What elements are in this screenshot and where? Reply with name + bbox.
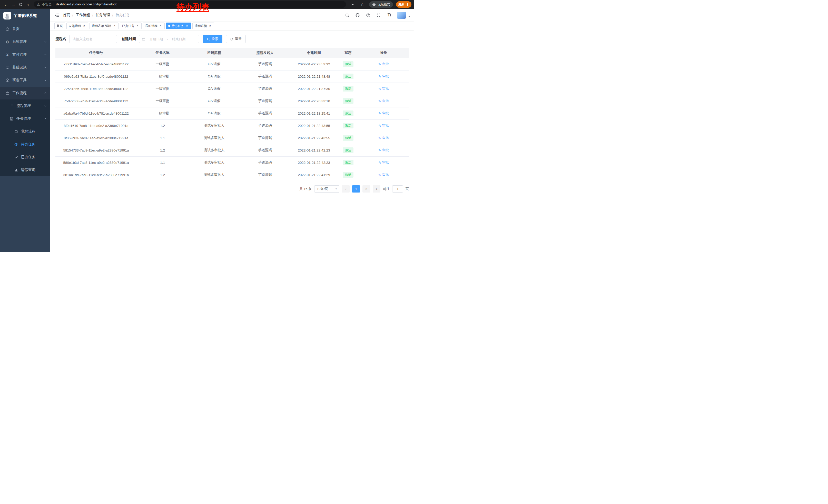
task-name-cell: 1.1 — [137, 156, 188, 169]
sidebar-item-infra[interactable]: 基础设施 — [0, 61, 50, 74]
approve-link-label: 审批 — [382, 111, 389, 116]
briefcase-icon — [5, 91, 10, 95]
task-status-cell: 激活 — [338, 132, 358, 144]
sidebar-item-done-tasks[interactable]: 已办任务 — [0, 151, 50, 164]
breadcrumb-workflow[interactable]: 工作流程 — [76, 13, 90, 17]
sidebar-item-workflow[interactable]: 工作流程 — [0, 87, 50, 99]
sidebar-toggle-icon[interactable] — [54, 13, 59, 18]
sidebar-item-label: 首页 — [12, 27, 19, 31]
page-button-1[interactable]: 1 — [352, 185, 360, 192]
date-range-picker[interactable]: - — [139, 35, 199, 43]
sidebar-item-my-process[interactable]: 我的流程 — [0, 125, 50, 138]
task-starter-cell: 芋道源码 — [240, 144, 290, 156]
view-tag[interactable]: 待办任务 × — [166, 22, 191, 29]
search-icon[interactable] — [344, 12, 350, 18]
table-row: 725a1eb6-7b88-11ec-8ef0-acde48001122 一级审… — [55, 83, 409, 95]
user-icon — [13, 168, 19, 172]
breadcrumb-home[interactable]: 首页 — [63, 13, 70, 17]
view-tag[interactable]: 已办任务 × — [120, 22, 141, 29]
task-status-cell: 激活 — [338, 107, 358, 120]
logo[interactable]: 芋道管理系统 — [0, 9, 50, 22]
view-tag[interactable]: 首页 — [54, 22, 65, 29]
task-actions-cell: ✎审批 — [358, 95, 409, 107]
sidebar-item-home[interactable]: 首页 — [0, 22, 50, 35]
sidebar-item-system[interactable]: ⚙ 系统管理 — [0, 35, 50, 48]
url-text[interactable]: dashboard.yudao.iocoder.cn/bpm/task/todo — [56, 3, 117, 6]
view-tag[interactable]: 流程表单-编辑 × — [89, 22, 119, 29]
approve-link-label: 审批 — [382, 74, 389, 79]
sidebar-item-label: 流程管理 — [16, 103, 31, 108]
approve-link[interactable]: ✎审批 — [378, 123, 389, 128]
task-process-cell: OA 请假 — [188, 95, 240, 107]
prev-page-button[interactable]: ‹ — [342, 185, 349, 192]
view-tag[interactable]: 我的流程 × — [143, 22, 165, 29]
reload-icon[interactable] — [17, 1, 24, 8]
font-size-icon[interactable]: Tt — [386, 12, 392, 18]
update-button[interactable]: 更新 ⋮ — [396, 1, 412, 8]
task-id-cell: 381aa1dd-7ac8-11ec-a9e2-a2380e71991a — [55, 169, 137, 181]
task-id-cell: 58154733-7ac8-11ec-a9e2-a2380e71991a — [55, 144, 137, 156]
approve-link[interactable]: ✎审批 — [378, 62, 389, 66]
forward-icon[interactable]: → — [10, 1, 17, 8]
edit-icon: ✎ — [378, 148, 381, 152]
breadcrumb-task-mgmt[interactable]: 任务管理 — [96, 13, 110, 17]
task-id-cell: 069c6a63-7b8a-11ec-8ef0-acde48001122 — [55, 70, 137, 83]
end-date-input[interactable] — [170, 37, 188, 41]
sidebar-item-payment[interactable]: ¥ 支付管理 — [0, 48, 50, 61]
warning-icon[interactable]: ⚠ — [37, 3, 40, 6]
approve-link[interactable]: ✎审批 — [378, 136, 389, 140]
close-icon[interactable]: × — [185, 24, 189, 28]
chevron-down-icon: ▾ — [335, 187, 337, 190]
col-status: 状态 — [338, 48, 358, 58]
key-icon[interactable] — [348, 1, 356, 8]
next-page-button[interactable]: › — [373, 185, 380, 192]
process-name-input[interactable] — [69, 35, 117, 43]
page-size-select[interactable]: 10条/页 ▾ — [314, 185, 339, 192]
approve-link[interactable]: ✎审批 — [378, 111, 389, 116]
task-name-cell: 1.1 — [137, 132, 188, 144]
breadcrumb: 首页 / 工作流程 / 任务管理 / 待办任务 — [63, 13, 130, 17]
reset-button[interactable]: 重置 — [226, 35, 246, 43]
browser-menu-icon[interactable]: ⋮ — [406, 3, 409, 6]
home-icon[interactable]: ⌂ — [24, 1, 31, 8]
start-date-input[interactable] — [147, 37, 165, 41]
approve-link[interactable]: ✎审批 — [378, 74, 389, 79]
approve-link[interactable]: ✎审批 — [378, 173, 389, 177]
edit-icon: ✎ — [378, 62, 381, 66]
security-label: 不安全 — [42, 2, 52, 7]
sidebar-item-todo-tasks[interactable]: 待办任务 — [0, 138, 50, 151]
approve-link[interactable]: ✎审批 — [378, 148, 389, 152]
close-icon[interactable]: × — [208, 24, 212, 28]
bookmark-star-icon[interactable]: ☆ — [359, 1, 366, 8]
process-name-label: 流程名 — [55, 37, 66, 41]
close-icon[interactable]: × — [82, 24, 86, 28]
fullscreen-icon[interactable] — [376, 12, 381, 18]
sidebar-item-devtools[interactable]: 研发工具 — [0, 74, 50, 87]
incognito-icon — [372, 2, 376, 6]
approve-link[interactable]: ✎审批 — [378, 160, 389, 165]
sidebar-item-leave-query[interactable]: 请假查询 — [0, 164, 50, 176]
back-icon[interactable]: ← — [3, 1, 10, 8]
avatar[interactable] — [397, 12, 406, 19]
help-icon[interactable] — [365, 12, 371, 18]
caret-down-icon[interactable]: ▾ — [408, 15, 410, 19]
table-row: a6aba0a4-7b6d-11ec-b781-acde48001122 一级审… — [55, 107, 409, 120]
approve-link[interactable]: ✎审批 — [378, 86, 389, 91]
approve-link[interactable]: ✎审批 — [378, 99, 389, 103]
sidebar-item-process-mgmt[interactable]: 流程管理 — [0, 99, 50, 112]
task-id-cell: 580e1b3d-7ac8-11ec-a9e2-a2380e71991a — [55, 156, 137, 169]
sidebar-item-task-mgmt[interactable]: 任务管理 — [0, 112, 50, 125]
page-button-2[interactable]: 2 — [363, 185, 370, 192]
close-icon[interactable]: × — [159, 24, 162, 28]
view-tag[interactable]: 流程详情 × — [192, 22, 214, 29]
chevron-up-icon — [44, 118, 47, 120]
github-icon[interactable] — [355, 12, 360, 18]
status-badge: 激活 — [343, 147, 354, 153]
task-starter-cell: 芋道源码 — [240, 95, 290, 107]
close-icon[interactable]: × — [136, 24, 139, 28]
search-button[interactable]: 搜索 — [203, 35, 222, 43]
goto-page-input[interactable] — [392, 185, 403, 192]
view-tag[interactable]: 发起流程 × — [67, 22, 88, 29]
status-badge: 激活 — [343, 110, 354, 116]
close-icon[interactable]: × — [113, 24, 116, 28]
